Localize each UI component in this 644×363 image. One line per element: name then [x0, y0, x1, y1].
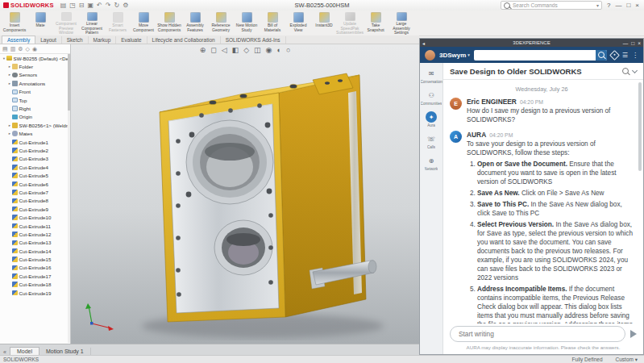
ribbon-button[interactable]: Update SpeedPak Subassemblies: [337, 10, 363, 35]
message-input-field[interactable]: [457, 329, 618, 339]
nav-item[interactable]: ⚇ Communities: [420, 90, 442, 106]
user-avatar[interactable]: [425, 50, 435, 60]
tree-item[interactable]: Cut-Extrude10: [0, 213, 70, 221]
swym-search-button[interactable]: [596, 50, 607, 60]
ribbon-button[interactable]: Show Hidden Components: [156, 10, 182, 35]
tree-item[interactable]: ▸ Mates: [0, 130, 70, 138]
tree-item[interactable]: ▸ Sensors: [0, 71, 70, 79]
close-button[interactable]: ×: [635, 2, 639, 9]
model-tab[interactable]: Motion Study 1: [39, 348, 91, 355]
tree-item[interactable]: Cut-Extrude4: [0, 163, 70, 171]
panel-minimize-button[interactable]: —: [623, 40, 629, 46]
ribbon-button[interactable]: Exploded View: [285, 10, 311, 35]
featuremanager-tab-icon[interactable]: ▤: [2, 46, 8, 52]
propertymanager-tab-icon[interactable]: ▥: [10, 46, 16, 52]
tree-scrollbar-thumb[interactable]: [68, 54, 70, 111]
ribbon-tab[interactable]: Sketch: [62, 36, 89, 44]
ribbon-button[interactable]: Mate: [27, 10, 53, 35]
new-file-icon[interactable]: ▤: [60, 2, 67, 9]
tree-item[interactable]: ▾ SW-B0255 (Default) <Default_Displ: [0, 54, 70, 62]
open-file-icon[interactable]: ◳: [69, 2, 76, 9]
tree-item[interactable]: ▸ Folder: [0, 62, 70, 70]
tree-item[interactable]: Origin: [0, 113, 70, 121]
ribbon-tab[interactable]: Lifecycle and Collaboration: [147, 36, 221, 44]
zoom-area-icon[interactable]: ◻: [210, 46, 216, 54]
help-icon[interactable]: ?: [607, 2, 610, 9]
ribbon-tab[interactable]: Evaluate: [116, 36, 147, 44]
send-icon[interactable]: [630, 330, 637, 338]
tree-item[interactable]: Cut-Extrude6: [0, 180, 70, 188]
tag-icon[interactable]: [609, 50, 620, 60]
command-search[interactable]: Search Commands ▾: [501, 1, 602, 10]
ribbon-tab[interactable]: Markup: [89, 36, 117, 44]
configuration-selector[interactable]: Custom ▾: [616, 357, 638, 363]
tree-item[interactable]: Cut-Extrude14: [0, 247, 70, 255]
ribbon-button[interactable]: Insert Components: [2, 10, 27, 35]
options-icon[interactable]: ⚙: [123, 2, 128, 9]
view-orientation-icon[interactable]: ◇: [243, 46, 249, 54]
swym-search-input[interactable]: [474, 50, 596, 60]
tree-item[interactable]: Cut-Extrude16: [0, 264, 70, 272]
menu-icon[interactable]: ☰: [622, 52, 628, 59]
nav-item[interactable]: ✦ Aura: [420, 111, 442, 127]
graphics-viewport[interactable]: ⊕◻◁◧◇◫◉◐○: [71, 44, 419, 344]
tab-scroll-left-icon[interactable]: «: [3, 349, 6, 355]
swym-search[interactable]: [474, 50, 607, 60]
search-dropdown-icon[interactable]: ▾: [596, 2, 599, 8]
tree-item[interactable]: Cut-Extrude1: [0, 138, 70, 146]
undo-icon[interactable]: ↶: [97, 2, 102, 9]
tree-item[interactable]: Cut-Extrude15: [0, 255, 70, 263]
edit-appearance-icon[interactable]: ◐: [276, 46, 280, 54]
hide-show-items-icon[interactable]: ◉: [266, 46, 272, 54]
model-tab[interactable]: Model: [10, 347, 39, 355]
previous-view-icon[interactable]: ◁: [222, 46, 227, 54]
ribbon-button[interactable]: Reference Geometry: [208, 10, 234, 35]
maximize-button[interactable]: □: [626, 2, 630, 9]
tree-item[interactable]: Top: [0, 96, 70, 104]
tree-item[interactable]: Cut-Extrude5: [0, 171, 70, 179]
panel-maximize-button[interactable]: □: [631, 40, 634, 46]
dimxpert-tab-icon[interactable]: ◇: [26, 46, 30, 52]
ribbon-tab[interactable]: Assembly: [2, 35, 35, 44]
ribbon-tab[interactable]: SOLIDWORKS Add-Ins: [221, 36, 286, 44]
ribbon-button[interactable]: Smart Fasteners: [105, 10, 131, 35]
ribbon-tab[interactable]: Layout: [35, 36, 62, 44]
ribbon-button[interactable]: Component Preview Window: [53, 10, 79, 35]
tree-item[interactable]: Cut-Extrude9: [0, 205, 70, 213]
rebuild-icon[interactable]: ↻: [114, 2, 119, 9]
save-icon[interactable]: ⊟: [79, 2, 85, 9]
zoom-fit-icon[interactable]: ⊕: [200, 46, 206, 54]
tree-item[interactable]: Cut-Extrude13: [0, 239, 70, 247]
ribbon-button[interactable]: Assembly Features: [182, 10, 208, 35]
tree-item[interactable]: Cut-Extrude11: [0, 222, 70, 230]
ribbon-button[interactable]: Take Snapshot: [363, 10, 388, 35]
nav-item[interactable]: ✉ Conversations: [420, 68, 442, 84]
print-icon[interactable]: ▣: [88, 2, 94, 9]
apply-scene-icon[interactable]: ○: [286, 46, 290, 54]
tree-item[interactable]: Cut-Extrude12: [0, 230, 70, 238]
tree-item[interactable]: Right: [0, 104, 70, 112]
displaymanager-tab-icon[interactable]: ◉: [32, 46, 37, 52]
tree-scrollbar[interactable]: [68, 54, 70, 343]
tree-item[interactable]: Cut-Extrude2: [0, 146, 70, 154]
ribbon-button[interactable]: Move Component: [131, 10, 156, 35]
tree-item[interactable]: Cut-Extrude8: [0, 197, 70, 205]
nav-item[interactable]: ⊕ Network: [420, 155, 442, 171]
display-style-icon[interactable]: ◫: [254, 46, 261, 54]
configurationmanager-tab-icon[interactable]: ⚙: [18, 46, 23, 52]
tree-item[interactable]: Cut-Extrude3: [0, 155, 70, 163]
tree-item[interactable]: Cut-Extrude19: [0, 289, 70, 297]
conversation-search-icon[interactable]: [622, 68, 629, 74]
ribbon-button[interactable]: Bill of Materials: [260, 10, 285, 35]
app-switcher[interactable]: 3DSwym ▾: [439, 52, 470, 59]
tree-item[interactable]: Cut-Extrude7: [0, 188, 70, 196]
tree-item[interactable]: Cut-Extrude18: [0, 281, 70, 289]
model-3d[interactable]: [71, 44, 419, 344]
tree-item[interactable]: ▸ Annotations: [0, 79, 70, 87]
ribbon-button[interactable]: Linear Component Pattern: [79, 10, 105, 35]
chevron-down-icon[interactable]: [632, 67, 638, 73]
tree-item[interactable]: ▸ SW-B0256<1> (Weldment) <M: [0, 121, 70, 129]
message-input[interactable]: [450, 326, 625, 342]
message-list[interactable]: Wednesday, July 26 E Eric ENGINEER 04:20…: [443, 80, 643, 323]
redo-icon[interactable]: ↷: [106, 2, 111, 9]
